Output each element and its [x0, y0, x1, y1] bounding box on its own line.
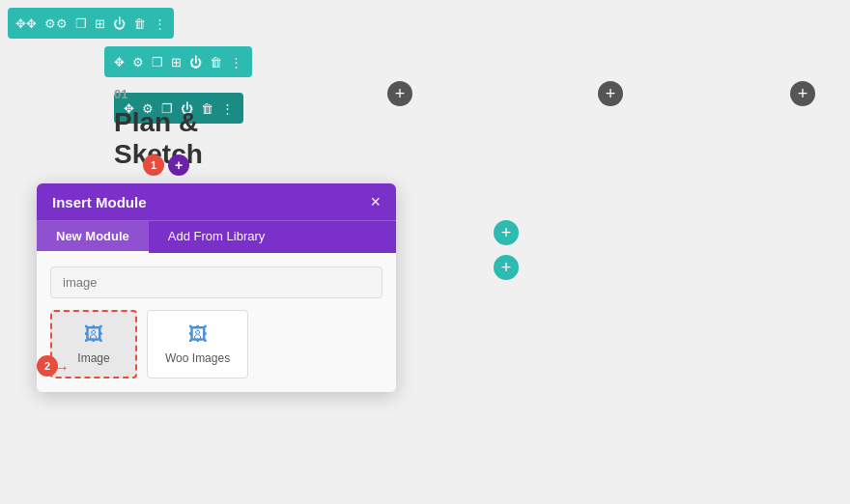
move-icon[interactable]: ✥ [15, 16, 37, 31]
dialog-body: 🖼 Image 🖼 Woo Images [37, 253, 396, 392]
page-heading-line1: Plan & [114, 106, 203, 139]
woo-images-module-icon: 🖼 [188, 323, 208, 346]
move-icon-2[interactable]: ✥ [114, 55, 125, 70]
plus-button-2[interactable]: + [598, 81, 623, 106]
grid-icon[interactable]: ⊞ [95, 16, 105, 31]
dialog-tabs: New Module Add From Library [37, 220, 396, 253]
plus-button-1[interactable]: + [387, 81, 412, 106]
badge-2-arrow-icon: → [54, 359, 70, 377]
tab-add-from-library[interactable]: Add From Library [149, 221, 284, 253]
add-module-button[interactable]: + [168, 154, 189, 176]
more-icon[interactable]: ⋮ [154, 16, 166, 31]
more-icon-3[interactable]: ⋮ [221, 101, 234, 116]
dialog-close-button[interactable]: × [370, 193, 381, 210]
plus-button-5[interactable]: + [494, 255, 519, 280]
copy-icon[interactable]: ❐ [75, 16, 87, 31]
tab-new-module[interactable]: New Module [37, 221, 149, 253]
trash-icon[interactable]: 🗑 [133, 16, 146, 31]
woo-images-module-label: Woo Images [165, 351, 230, 365]
step-badge-1: 1 [143, 154, 164, 176]
plus-button-4[interactable]: + [494, 220, 519, 245]
dialog-header: Insert Module × [37, 183, 396, 220]
page-number: 01 [114, 87, 203, 102]
gear-icon[interactable]: ⚙ [44, 16, 68, 31]
image-module-label: Image [77, 351, 109, 365]
insert-module-dialog: Insert Module × New Module Add From Libr… [37, 183, 396, 392]
copy-icon-2[interactable]: ❐ [152, 55, 163, 70]
top-toolbar: ✥ ⚙ ❐ ⊞ ⏻ 🗑 ⋮ [8, 8, 174, 39]
module-grid: 🖼 Image 🖼 Woo Images [50, 310, 382, 378]
trash-icon-3[interactable]: 🗑 [201, 101, 213, 116]
dialog-title: Insert Module [52, 194, 147, 210]
power-icon[interactable]: ⏻ [113, 16, 126, 31]
gear-icon-2[interactable]: ⚙ [132, 55, 144, 70]
plus-button-3[interactable]: + [790, 81, 815, 106]
power-icon-2[interactable]: ⏻ [189, 55, 202, 70]
module-item-woo-images[interactable]: 🖼 Woo Images [147, 310, 248, 378]
second-toolbar: ✥ ⚙ ❐ ⊞ ⏻ 🗑 ⋮ [104, 46, 252, 77]
grid-icon-2[interactable]: ⊞ [171, 55, 182, 70]
trash-icon-2[interactable]: 🗑 [210, 55, 222, 70]
image-module-icon: 🖼 [84, 323, 103, 346]
module-search-input[interactable] [50, 266, 382, 298]
more-icon-2[interactable]: ⋮ [230, 55, 242, 70]
